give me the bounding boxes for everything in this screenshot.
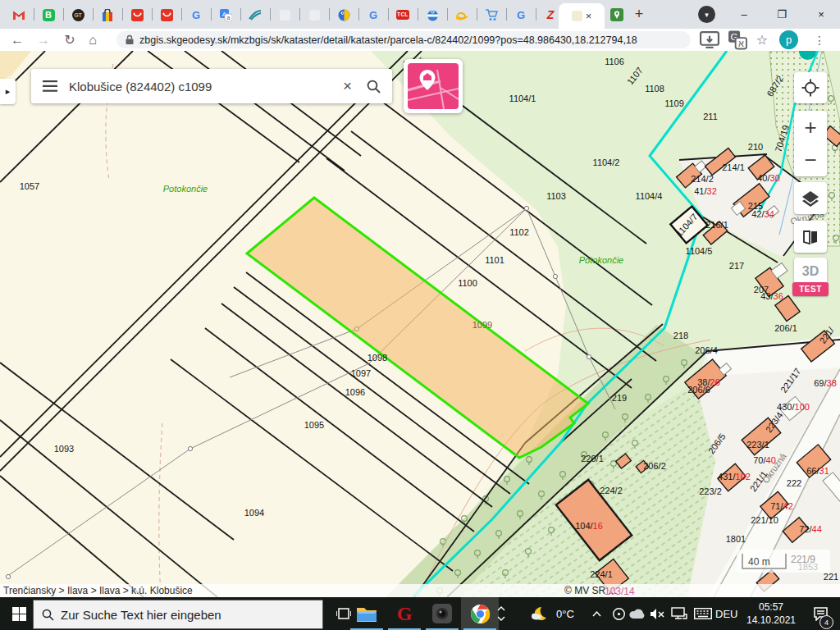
parcel-label: 206/1 — [774, 323, 797, 333]
scale-label: 40 m — [748, 556, 770, 568]
pinned-tab-feather[interactable] — [241, 4, 269, 25]
breadcrumb-item[interactable]: Ilava — [67, 585, 88, 596]
basemap-switcher[interactable] — [404, 59, 463, 113]
weather-icon[interactable] — [525, 597, 553, 630]
restore-button[interactable]: ❐ — [763, 0, 801, 29]
active-tab[interactable]: × — [559, 3, 605, 29]
map-search-input[interactable]: Klobušice (824402) c1099 — [69, 80, 343, 94]
parcel-label: 1057 — [20, 181, 39, 191]
survey-point — [587, 354, 591, 358]
pinned-tab-aliexpress[interactable] — [123, 4, 151, 25]
pinned-tab-google[interactable]: G — [507, 4, 535, 25]
map-viewport[interactable]: 1057PotokončiePotokončie1106110711081109… — [0, 51, 840, 597]
tab-strip: BGTGAaGTCLGZ × + ▾ – ❐ × — [0, 0, 840, 29]
minimize-button[interactable]: – — [725, 0, 763, 29]
crosshair-icon — [801, 79, 819, 97]
pinned-tab-bag-stripes[interactable] — [94, 4, 121, 25]
parcel-label: 1109 — [664, 98, 684, 108]
parcel-label: 220/1 — [581, 454, 604, 463]
parcel-label: 211 — [703, 112, 718, 121]
parcel-label: Potokončie — [163, 184, 208, 194]
url-text: zbgis.skgeodesy.sk/mkzbgis/sk/kataster/d… — [139, 34, 637, 46]
pinned-tab-google[interactable]: G — [359, 4, 387, 25]
pinned-tab-helmet[interactable] — [418, 4, 446, 25]
parcel-label: 1801 — [726, 534, 746, 544]
map-canvas[interactable]: 1057PotokončiePotokončie1106110711081109… — [0, 51, 840, 597]
pinned-tab-gmail[interactable] — [5, 4, 33, 25]
windows-taskbar: Zur Suche Text hier eingeben G 0°C DEU 0… — [0, 597, 840, 630]
layers-button[interactable] — [794, 182, 827, 214]
zoom-in-button[interactable]: + — [794, 111, 827, 144]
breadcrumb-item[interactable]: Trenčiansky — [3, 585, 56, 596]
zbgis-favicon — [572, 11, 582, 21]
search-icon[interactable] — [367, 80, 381, 94]
pinned-tab-posthorn[interactable] — [448, 4, 476, 25]
breadcrumb-item[interactable]: k.ú. Klobušice — [131, 585, 193, 596]
breadcrumb[interactable]: Trenčiansky > Ilava > Ilava > k.ú. Klobu… — [3, 585, 193, 596]
close-tab-icon[interactable]: × — [586, 11, 592, 21]
parcel-label: 1103 — [546, 191, 566, 201]
profile-avatar[interactable]: p — [779, 30, 798, 49]
keyboard-language-label[interactable]: DEU — [715, 597, 737, 630]
new-tab-button[interactable]: + — [628, 0, 651, 29]
parcel-label: 206/6 — [687, 385, 710, 395]
taskbar-search-box[interactable]: Zur Suche Text hier eingeben — [33, 600, 323, 629]
forward-button[interactable]: → — [33, 30, 54, 50]
map-search-bar[interactable]: Klobušice (824402) c1099 × — [31, 69, 392, 103]
pinned-tab-google[interactable]: G — [182, 4, 210, 25]
pinned-tab-gt-dark[interactable]: GT — [64, 4, 92, 25]
pinned-tab-parrot[interactable] — [330, 4, 358, 25]
pinned-tab-blank[interactable] — [300, 4, 328, 25]
parcel-label: 224/2 — [600, 486, 623, 495]
parcel-label: 42/34 — [751, 209, 774, 219]
search-icon — [42, 609, 54, 621]
pinned-tab-tcl[interactable]: TCL — [389, 4, 417, 25]
address-bar[interactable]: zbgis.skgeodesy.sk/mkzbgis/sk/kataster/d… — [116, 31, 691, 48]
sidebar-expand-button[interactable]: ▸ — [0, 79, 16, 104]
taskbar-overflow-chevrons[interactable] — [491, 597, 512, 630]
parcel-label: 217 — [729, 261, 744, 271]
pinned-tab-b-green[interactable]: B — [34, 4, 62, 25]
menu-dots-icon[interactable]: ⋮ — [809, 30, 830, 50]
temperature-label[interactable]: 0°C — [556, 597, 574, 630]
parcel-label: 221/10 — [751, 515, 778, 525]
split-view-button[interactable] — [794, 221, 827, 253]
parcel-label: 221 — [824, 572, 838, 582]
pinned-tab-translate[interactable]: Aa — [212, 4, 240, 25]
parcel-label: 1104/1 — [509, 94, 536, 103]
close-window-button[interactable]: × — [802, 0, 840, 29]
parcel-label: 1093 — [54, 444, 74, 454]
parcel-label: 1104/2 — [593, 158, 620, 167]
parcel-label: 1096 — [345, 387, 365, 397]
taskbar-app-gimp-g[interactable]: G — [386, 597, 423, 630]
menu-hamburger-icon[interactable] — [43, 80, 57, 92]
windows-logo-icon — [12, 607, 26, 621]
home-button[interactable]: ⌂ — [82, 30, 103, 50]
reload-button[interactable]: ↻ — [59, 30, 80, 50]
clear-search-icon[interactable]: × — [343, 77, 352, 95]
pinned-tab-aliexpress[interactable] — [153, 4, 180, 25]
breadcrumb-item[interactable]: Ilava — [99, 585, 120, 596]
three-d-button[interactable]: 3D — [794, 258, 827, 285]
back-button[interactable]: ← — [7, 30, 28, 50]
parcel-label: 1104/5 — [686, 246, 713, 256]
tray-chevron-up[interactable] — [584, 597, 609, 630]
tab-zbgis-pin[interactable] — [603, 4, 631, 25]
pinned-tab-cart[interactable] — [477, 4, 505, 25]
parcel-label: 1102 — [509, 227, 529, 237]
taskbar-app-camera[interactable] — [423, 597, 461, 630]
pinned-tab-blank[interactable] — [271, 4, 299, 25]
survey-point — [553, 274, 557, 278]
parcel-label: 1101 — [485, 255, 504, 265]
tab-search-button[interactable]: ▾ — [698, 6, 715, 23]
taskbar-clock[interactable]: 05:57 14.10.2021 — [742, 600, 800, 627]
bookmark-star-icon[interactable]: ☆ — [751, 30, 773, 50]
zoom-out-button[interactable]: − — [794, 144, 827, 176]
install-icon[interactable] — [699, 30, 720, 50]
survey-point — [524, 206, 528, 210]
translate-icon[interactable]: Gא — [727, 30, 748, 50]
taskbar-app-explorer[interactable] — [348, 597, 386, 630]
touch-keyboard-icon[interactable] — [689, 597, 717, 630]
locate-me-button[interactable] — [794, 72, 827, 103]
parcel-label: 219 — [612, 393, 627, 403]
